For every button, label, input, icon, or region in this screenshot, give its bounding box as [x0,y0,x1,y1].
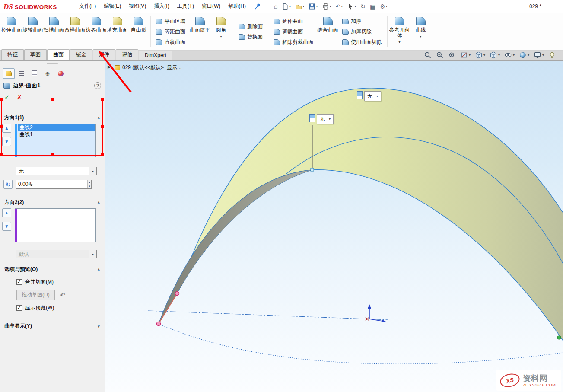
undo-drag-icon[interactable]: ↶ [60,291,66,299]
swept-surface-button[interactable]: 扫描曲面 [43,14,64,49]
cancel-button[interactable]: ✗ [17,94,22,101]
hide-show-items-button[interactable]: ▾ [504,51,515,59]
lofted-surface-button[interactable]: 放样曲面 [64,14,86,49]
view-orientation-button[interactable]: ▾ [475,51,485,59]
tab-sketch[interactable]: 草图 [24,49,47,60]
tab-features[interactable]: 特征 [1,49,24,60]
direction1-header[interactable]: 方向1(1) ∧ [0,113,105,123]
graphics-viewport[interactable]: ▶ 029 (默认<<默认>_显示... 无 ▾ 无 ▾ XS 资料网 ZL.X… [105,61,563,392]
ruled-surface-button[interactable]: 直纹曲面 [156,38,185,46]
ok-button[interactable]: ✓ [4,94,10,101]
select-button[interactable]: ▾ [346,2,357,11]
file-properties-button[interactable]: ▦ [369,2,377,11]
options-header[interactable]: 选项与预览(O) ∧ [0,265,105,274]
view-settings-button[interactable]: ▾ [534,51,544,59]
home-button[interactable]: ⌂ [273,2,279,11]
zoom-fit-button[interactable] [424,51,432,59]
spinner-down-button[interactable]: ▼ [88,185,91,189]
list-item-curve2[interactable]: 曲线2 [18,124,95,131]
curvature-header[interactable]: 曲率显示(Y) ∨ [0,321,105,331]
undo-button[interactable]: ↶▾ [334,2,344,11]
boundary-surface-button[interactable]: 边界曲面 [86,14,107,49]
tangency-type-combo[interactable]: 无 ▾ [16,167,97,175]
tab-configurations[interactable] [29,68,41,79]
menu-tools[interactable]: 工具(T) [173,0,198,12]
merge-faces-checkbox[interactable] [16,279,22,285]
fillet-button[interactable]: 圆角▾ [210,14,232,49]
print-button[interactable]: ▾ [321,2,333,11]
knit-surface-button[interactable]: 缝合曲面 [317,14,338,49]
tab-display-manager[interactable] [54,68,67,79]
callout-attach-handle[interactable] [311,168,314,171]
filled-surface-button[interactable]: 填充曲面 [107,14,128,49]
thicken-button[interactable]: 加厚 [342,17,382,25]
show-preview-checkbox[interactable] [16,305,22,311]
tab-evaluate[interactable]: 评估 [116,49,138,60]
previous-view-button[interactable] [448,51,456,59]
replace-face-button[interactable]: 替换面 [239,33,263,41]
extruded-surface-button[interactable]: 拉伸曲面 [1,14,22,49]
pin-menu-icon[interactable] [254,3,261,10]
menu-view[interactable]: 视图(V) [125,0,150,12]
delete-face-button[interactable]: 删除面 [239,22,263,31]
menu-file[interactable]: 文件(F) [75,0,100,12]
tab-dimxpert-manager[interactable]: ⊕ [41,68,54,79]
chevron-down-icon[interactable]: ▾ [89,167,96,175]
freeform-button[interactable]: 自由形 [128,14,149,49]
tangency-callout-dropdown[interactable]: 无 ▾ [317,114,334,124]
section-view-button[interactable]: ▾ [460,51,471,59]
menu-help[interactable]: 帮助(H) [224,0,250,12]
flatten-surface-button[interactable]: 曲面展平 [189,14,210,49]
help-button[interactable]: ? [94,82,101,89]
options-button[interactable]: ⚙▾ [379,2,389,11]
trim-surface-button[interactable]: 剪裁曲面 [274,28,313,36]
offset-surface-button[interactable]: 等距曲面 [156,28,185,36]
tab-feature-tree[interactable] [16,68,28,79]
boundary-surface-preview[interactable] [159,88,563,341]
model-canvas[interactable] [105,61,563,392]
curves-button[interactable]: 曲线▾ [410,14,431,49]
sketch-edge[interactable] [159,293,177,324]
revolved-surface-button[interactable]: 旋转曲面 [22,14,43,49]
direction2-type-combo[interactable]: 默认 ▾ [16,250,97,258]
cut-with-surface-button[interactable]: 使用曲面切除 [342,38,382,46]
tab-weldments[interactable]: 焊件 [93,49,115,60]
direction1-curve-list[interactable]: 曲线2 曲线1 [15,124,96,157]
reference-geometry-button[interactable]: 参考几何体▾ [389,14,410,49]
menu-window[interactable]: 窗口(W) [198,0,224,12]
menu-edit[interactable]: 编辑(E) [100,0,125,12]
sketch-point[interactable] [175,292,179,296]
move-down-button[interactable]: ▼ [2,222,11,231]
tangency-callout-dropdown[interactable]: 无 ▾ [364,91,381,101]
feature-tree-breadcrumb[interactable]: 029 (默认<<默认>_显示... [115,64,181,71]
tab-property-manager[interactable] [3,68,15,79]
lighting-button[interactable] [548,51,556,59]
feature-tree-flyout-arrow[interactable]: ▶ [108,64,111,69]
menu-insert[interactable]: 插入(I) [150,0,173,12]
save-button[interactable]: ▾ [307,2,319,11]
connector-flag-icon[interactable] [357,91,363,99]
spinner-up-button[interactable]: ▲ [88,180,91,185]
sketch-point-green[interactable] [557,336,561,339]
tab-dimxpert[interactable]: DimXpert [139,51,172,60]
open-button[interactable]: ▾ [294,2,305,11]
rebuild-button[interactable]: ↻ [359,2,367,11]
list-item-curve1[interactable]: 曲线1 [18,131,95,138]
extend-surface-button[interactable]: 延伸曲面 [274,17,313,25]
tab-sheet-metal[interactable]: 钣金 [70,49,92,60]
move-up-button[interactable]: ▲ [2,124,11,133]
angle-input[interactable] [16,180,87,188]
direction2-curve-list[interactable] [15,208,96,242]
sketch-point[interactable] [157,322,161,326]
new-document-button[interactable]: ▾ [280,2,292,11]
tab-surfaces[interactable]: 曲面 [47,49,70,60]
connector-flag-icon[interactable] [309,114,315,122]
untrim-surface-button[interactable]: 解除剪裁曲面 [274,38,313,46]
planar-surface-button[interactable]: 平面区域 [156,17,185,25]
move-up-button[interactable]: ▲ [2,208,11,217]
direction2-header[interactable]: 方向2(2) ∧ [0,198,105,207]
chevron-down-icon[interactable]: ▾ [89,250,96,258]
edit-appearance-button[interactable]: ▾ [519,51,529,59]
move-down-button[interactable]: ▼ [2,137,11,146]
drag-sketch-button[interactable]: 拖动草图(D) [16,290,55,300]
